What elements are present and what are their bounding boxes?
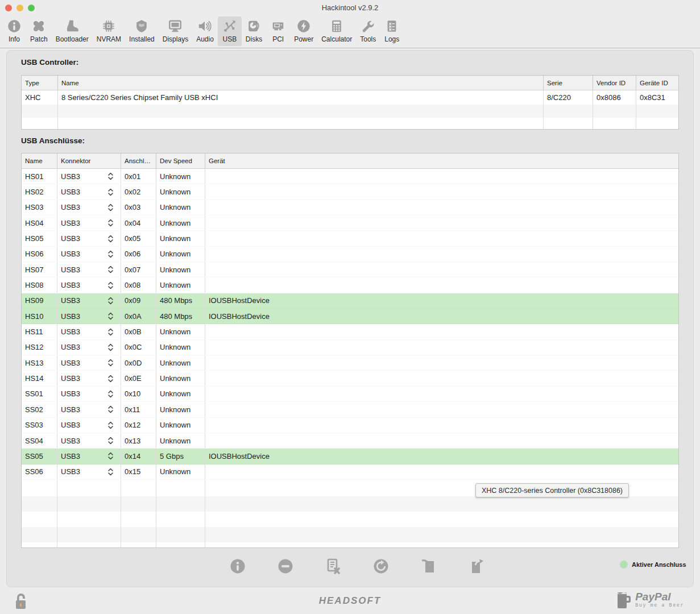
table-row[interactable]: SS06 USB3 0x15 Unknown xyxy=(22,464,678,480)
pci-icon xyxy=(270,18,286,34)
table-row[interactable]: SS03 USB3 0x12 Unknown xyxy=(22,418,678,433)
konnektor-select[interactable]: USB3 xyxy=(57,309,121,323)
column-header-name[interactable]: Name xyxy=(22,154,57,168)
table-row[interactable]: HS05 USB3 0x05 Unknown xyxy=(22,231,678,246)
audio-icon xyxy=(197,18,213,34)
port-geraet xyxy=(205,262,678,277)
table-row[interactable]: HS03 USB3 0x03 Unknown xyxy=(22,200,678,215)
table-row[interactable]: SS02 USB3 0x11 Unknown xyxy=(22,402,678,417)
tab-logs[interactable]: Logs xyxy=(380,16,404,46)
paypal-link[interactable]: PayPal Buy me a Beer xyxy=(616,589,684,611)
konnektor-select[interactable]: USB3 xyxy=(57,184,121,199)
refresh-button[interactable] xyxy=(372,558,390,576)
table-row[interactable]: SS01 USB3 0x10 Unknown xyxy=(22,387,678,402)
konnektor-value: USB3 xyxy=(61,219,80,227)
port-dev-speed: Unknown xyxy=(156,262,205,277)
column-header-konnektor[interactable]: Konnektor xyxy=(57,154,121,168)
table-row[interactable]: HS02 USB3 0x02 Unknown xyxy=(22,184,678,200)
port-name: HS06 xyxy=(22,247,57,262)
table-row[interactable]: SS05 USB3 0x14 5 Gbps IOUSBHostDevice xyxy=(22,449,678,464)
column-header-serie[interactable]: Serie xyxy=(544,76,593,90)
controller-row[interactable]: XHC 8 Series/C220 Series Chipset Family … xyxy=(22,90,678,105)
headsoft-logo[interactable]: HEADSOFT xyxy=(0,595,700,607)
table-row[interactable]: HS04 USB3 0x04 Unknown xyxy=(22,215,678,231)
column-header-anschluss[interactable]: Anschl… xyxy=(121,154,156,168)
tab-nvram[interactable]: NVRAM xyxy=(93,16,125,46)
port-geraet xyxy=(205,324,678,339)
tab-pci[interactable]: PCI xyxy=(266,16,290,46)
konnektor-select[interactable]: USB3 xyxy=(57,355,121,370)
port-geraet xyxy=(205,387,678,401)
column-header-dev-speed[interactable]: Dev Speed xyxy=(156,154,205,168)
tab-calculator[interactable]: Calculator xyxy=(317,16,356,46)
konnektor-select[interactable]: USB3 xyxy=(57,293,121,308)
konnektor-select[interactable]: USB3 xyxy=(57,262,121,277)
table-row[interactable]: HS06 USB3 0x06 Unknown xyxy=(22,247,678,262)
table-row[interactable]: HS09 USB3 0x09 480 Mbps IOUSBHostDevice xyxy=(22,293,678,309)
tab-label: NVRAM xyxy=(97,35,121,43)
table-row[interactable]: HS11 USB3 0x0B Unknown xyxy=(22,324,678,339)
konnektor-select[interactable]: USB3 xyxy=(57,215,121,230)
konnektor-select[interactable]: USB3 xyxy=(57,324,121,339)
port-name: HS12 xyxy=(22,340,57,355)
export-button[interactable] xyxy=(467,558,485,576)
table-row[interactable]: HS08 USB3 0x08 Unknown xyxy=(22,277,678,293)
port-anschluss: 0x10 xyxy=(121,387,156,401)
tab-patch[interactable]: Patch xyxy=(26,16,52,46)
port-geraet xyxy=(205,340,678,355)
import-button[interactable] xyxy=(420,558,437,576)
konnektor-select[interactable]: USB3 xyxy=(57,387,121,401)
table-row[interactable]: HS14 USB3 0x0E Unknown xyxy=(22,371,678,386)
port-anschluss: 0x14 xyxy=(121,449,156,463)
konnektor-select[interactable]: USB3 xyxy=(57,247,121,262)
remove-icon xyxy=(277,558,294,576)
tab-audio[interactable]: Audio xyxy=(192,16,218,46)
tab-power[interactable]: Power xyxy=(290,16,317,46)
column-header-name[interactable]: Name xyxy=(58,76,544,90)
table-row[interactable]: HS13 USB3 0x0D Unknown xyxy=(22,355,678,371)
konnektor-select[interactable]: USB3 xyxy=(57,371,121,385)
column-header-geraete-id[interactable]: Geräte ID xyxy=(636,76,678,90)
konnektor-select[interactable]: USB3 xyxy=(57,277,121,292)
tab-info[interactable]: Info xyxy=(2,16,26,46)
table-row[interactable]: HS07 USB3 0x07 Unknown xyxy=(22,262,678,277)
table-row[interactable]: SS04 USB3 0x13 Unknown xyxy=(22,433,678,449)
tab-disks[interactable]: Disks xyxy=(242,16,266,46)
konnektor-select[interactable]: USB3 xyxy=(57,449,121,463)
tab-displays[interactable]: Displays xyxy=(159,16,192,46)
column-header-type[interactable]: Type xyxy=(22,76,58,90)
konnektor-select[interactable]: USB3 xyxy=(57,418,121,433)
konnektor-select[interactable]: USB3 xyxy=(57,340,121,355)
port-anschluss: 0x0D xyxy=(121,355,156,370)
tab-installed[interactable]: Installed xyxy=(125,16,159,46)
konnektor-value: USB3 xyxy=(61,421,80,429)
table-row[interactable]: HS10 USB3 0x0A 480 Mbps IOUSBHostDevice xyxy=(22,309,678,324)
port-anschluss: 0x0C xyxy=(121,340,156,355)
port-dev-speed: Unknown xyxy=(156,184,205,199)
remove-button[interactable] xyxy=(276,558,294,576)
usb-icon xyxy=(222,18,238,34)
active-port-legend: Aktiver Anschluss xyxy=(620,561,686,569)
konnektor-select[interactable]: USB3 xyxy=(57,433,121,448)
konnektor-select[interactable]: USB3 xyxy=(57,402,121,417)
tab-bootloader[interactable]: Bootloader xyxy=(52,16,93,46)
info-circle-button[interactable] xyxy=(229,558,246,576)
konnektor-select[interactable]: USB3 xyxy=(57,169,121,184)
stepper-icon xyxy=(107,172,114,181)
tab-label: Power xyxy=(294,35,313,43)
clear-list-button[interactable] xyxy=(324,558,342,576)
konnektor-select[interactable]: USB3 xyxy=(57,231,121,246)
logs-icon xyxy=(384,18,400,34)
tab-usb[interactable]: USB xyxy=(218,16,242,46)
column-header-vendor-id[interactable]: Vendor ID xyxy=(593,76,636,90)
stepper-icon xyxy=(107,343,114,352)
column-header-geraet[interactable]: Gerät xyxy=(205,154,678,168)
table-row[interactable]: HS01 USB3 0x01 Unknown xyxy=(22,169,678,184)
table-row[interactable]: HS12 USB3 0x0C Unknown xyxy=(22,340,678,355)
stepper-icon xyxy=(107,374,114,383)
konnektor-value: USB3 xyxy=(61,405,80,414)
controller-device: 0x8C31 xyxy=(636,90,678,105)
tab-tools[interactable]: Tools xyxy=(356,16,380,46)
konnektor-select[interactable]: USB3 xyxy=(57,200,121,215)
konnektor-select[interactable]: USB3 xyxy=(57,464,121,479)
